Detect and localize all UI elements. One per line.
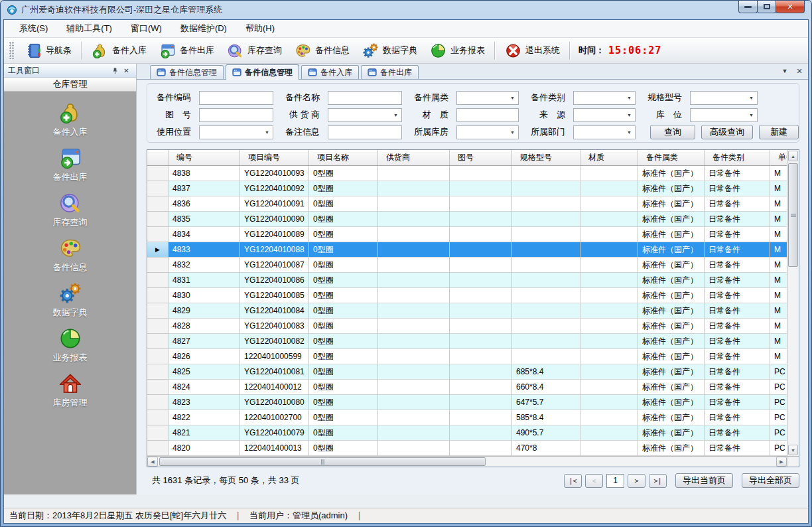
- tab-备件出库[interactable]: 备件出库: [361, 65, 419, 79]
- toolbar-button-业务报表[interactable]: 业务报表: [423, 39, 491, 62]
- search-select[interactable]: ▼: [456, 125, 519, 139]
- vertical-scroll-thumb[interactable]: [788, 163, 798, 267]
- search-select[interactable]: ▼: [573, 91, 636, 105]
- column-header-单位[interactable]: 单位: [770, 150, 787, 165]
- toolbar-grip[interactable]: [9, 42, 14, 59]
- cell: [378, 212, 450, 227]
- cell: 标准件（国产）: [638, 212, 705, 227]
- advanced-query-button[interactable]: 高级查询: [701, 125, 753, 139]
- page-number-input[interactable]: 1: [606, 474, 624, 488]
- table-row[interactable]: 482012204014000130型圈470*8标准件（国产）日常备件PC: [147, 441, 787, 456]
- column-header-备件属类[interactable]: 备件属类: [638, 150, 705, 165]
- sidebar-item-数据字典[interactable]: 数据字典: [53, 281, 88, 319]
- menu-item[interactable]: 数据维护(D): [173, 21, 234, 37]
- search-input[interactable]: [456, 108, 519, 122]
- search-select[interactable]: ▼: [456, 91, 519, 105]
- table-row[interactable]: 4836YG122040100910型圈标准件（国产）日常备件M: [147, 196, 787, 212]
- sidebar-item-业务报表[interactable]: 业务报表: [53, 326, 88, 364]
- table-row[interactable]: 4837YG122040100920型圈标准件（国产）日常备件M: [147, 181, 787, 196]
- table-row[interactable]: 4831YG122040100860型圈标准件（国产）日常备件M: [147, 273, 787, 288]
- menu-item[interactable]: 系统(S): [12, 21, 55, 37]
- table-row[interactable]: 4825YG122040100810型圈685*8.4标准件（国产）日常备件PC: [147, 364, 787, 380]
- sidebar-close-button[interactable]: ✕: [121, 66, 132, 76]
- search-input[interactable]: [199, 91, 273, 105]
- search-input[interactable]: [328, 125, 402, 139]
- horizontal-scrollbar[interactable]: ◀ ▶: [147, 456, 799, 467]
- sidebar-item-库存查询[interactable]: 库存查询: [53, 190, 88, 228]
- last-page-button[interactable]: >|: [649, 474, 667, 488]
- toolbar-button-备件出库[interactable]: 备件出库: [153, 39, 220, 62]
- table-row[interactable]: 4821YG122040100790型圈490*5.7标准件（国产）日常备件PC: [147, 425, 787, 441]
- tab-list-dropdown-button[interactable]: ▼: [779, 66, 791, 76]
- table-row[interactable]: 4832YG122040100870型圈标准件（国产）日常备件M: [147, 258, 787, 273]
- toolbar-button-库存查询[interactable]: 库存查询: [220, 39, 288, 62]
- maximize-button[interactable]: [757, 1, 776, 13]
- table-row[interactable]: 482412204014000120型圈660*8.4标准件（国产）日常备件PC: [147, 380, 787, 395]
- search-select[interactable]: ▼: [690, 108, 758, 122]
- sidebar-item-备件信息[interactable]: 备件信息: [53, 236, 88, 273]
- column-header-备件类别[interactable]: 备件类别: [705, 150, 770, 165]
- search-select[interactable]: ▼: [573, 108, 636, 122]
- minimize-button[interactable]: [738, 1, 758, 13]
- close-button[interactable]: ✕: [776, 1, 805, 13]
- table-row[interactable]: 4830YG122040100850型圈标准件（国产）日常备件M: [147, 288, 787, 303]
- query-button[interactable]: 查询: [650, 125, 695, 139]
- new-button[interactable]: 新建: [759, 125, 799, 139]
- horizontal-scroll-thumb[interactable]: [159, 457, 486, 466]
- toolbar-button-退出系统[interactable]: 退出系统: [498, 39, 566, 62]
- vertical-scrollbar[interactable]: ▲ ▼: [787, 150, 799, 456]
- search-select[interactable]: ▼: [690, 91, 758, 105]
- column-header-供货商[interactable]: 供货商: [378, 150, 450, 165]
- table-row[interactable]: 4823YG122040100800型圈647*5.7标准件（国产）日常备件PC: [147, 395, 787, 410]
- column-header-图号[interactable]: 图号: [450, 150, 512, 165]
- column-header-材质[interactable]: 材质: [580, 150, 638, 165]
- menu-item[interactable]: 窗口(W): [123, 21, 169, 37]
- sidebar-item-备件入库[interactable]: 备件入库: [53, 100, 88, 138]
- column-header-项目编号[interactable]: 项目编号: [240, 150, 309, 165]
- table-row[interactable]: 4834YG122040100890型圈标准件（国产）日常备件M: [147, 227, 787, 242]
- scroll-up-button[interactable]: ▲: [788, 151, 798, 161]
- tab-close-button[interactable]: ✕: [793, 66, 805, 76]
- table-row[interactable]: 4838YG122040100930型圈标准件（国产）日常备件M: [147, 166, 787, 181]
- column-header-编号[interactable]: 编号: [169, 150, 240, 165]
- pin-button[interactable]: [109, 66, 121, 76]
- sidebar-item-库房管理[interactable]: 库房管理: [53, 371, 88, 409]
- menu-item[interactable]: 辅助工具(T): [59, 21, 119, 37]
- tab-备件信息管理[interactable]: 备件信息管理: [150, 65, 224, 79]
- menu-item[interactable]: 帮助(H): [238, 21, 282, 37]
- toolbar-button-备件入库[interactable]: 备件入库: [85, 39, 153, 62]
- sidebar-group-header[interactable]: 仓库管理: [4, 78, 136, 92]
- search-input[interactable]: [328, 91, 402, 105]
- column-header-规格型号[interactable]: 规格型号: [512, 150, 580, 165]
- table-row[interactable]: 482612204010005990型圈标准件（国产）日常备件M: [147, 349, 787, 364]
- table-row[interactable]: 4827YG122040100820型圈标准件（国产）日常备件M: [147, 334, 787, 349]
- horizontal-scroll-track[interactable]: [158, 457, 776, 467]
- column-header-项目名称[interactable]: 项目名称: [309, 150, 378, 165]
- toolbar-button-导航条[interactable]: 导航条: [19, 39, 78, 62]
- scroll-down-button[interactable]: ▼: [788, 445, 798, 455]
- toolbar-button-数据字典[interactable]: 数据字典: [356, 39, 423, 62]
- tab-备件信息管理[interactable]: 备件信息管理: [226, 64, 299, 80]
- search-select[interactable]: ▼: [328, 108, 402, 122]
- tab-备件入库[interactable]: 备件入库: [301, 65, 359, 79]
- first-page-button[interactable]: |<: [564, 474, 582, 488]
- prev-page-button[interactable]: <: [585, 474, 603, 488]
- cell: [580, 425, 638, 441]
- search-input[interactable]: [199, 108, 273, 122]
- export-current-page-button[interactable]: 导出当前页: [675, 473, 733, 488]
- search-select[interactable]: ▼: [199, 125, 273, 139]
- scroll-right-button[interactable]: ▶: [776, 457, 787, 467]
- cell: 标准件（国产）: [638, 380, 705, 395]
- cell: YG12204010079: [240, 425, 309, 441]
- sidebar-item-备件出库[interactable]: 备件出库: [53, 145, 88, 183]
- toolbar-button-备件信息[interactable]: 备件信息: [288, 39, 356, 62]
- scroll-left-button[interactable]: ◀: [147, 457, 158, 467]
- table-row[interactable]: 4835YG122040100900型圈标准件（国产）日常备件M: [147, 212, 787, 227]
- table-row[interactable]: ▶4833YG122040100880型圈标准件（国产）日常备件M: [147, 242, 787, 258]
- next-page-button[interactable]: >: [628, 474, 645, 488]
- export-all-pages-button[interactable]: 导出全部页: [742, 473, 799, 488]
- table-row[interactable]: 4828YG122040100830型圈标准件（国产）日常备件M: [147, 319, 787, 334]
- search-select[interactable]: ▼: [573, 125, 636, 139]
- table-row[interactable]: 4829YG122040100840型圈标准件（国产）日常备件M: [147, 303, 787, 319]
- table-row[interactable]: 482212204010027000型圈585*8.4标准件（国产）日常备件PC: [147, 410, 787, 425]
